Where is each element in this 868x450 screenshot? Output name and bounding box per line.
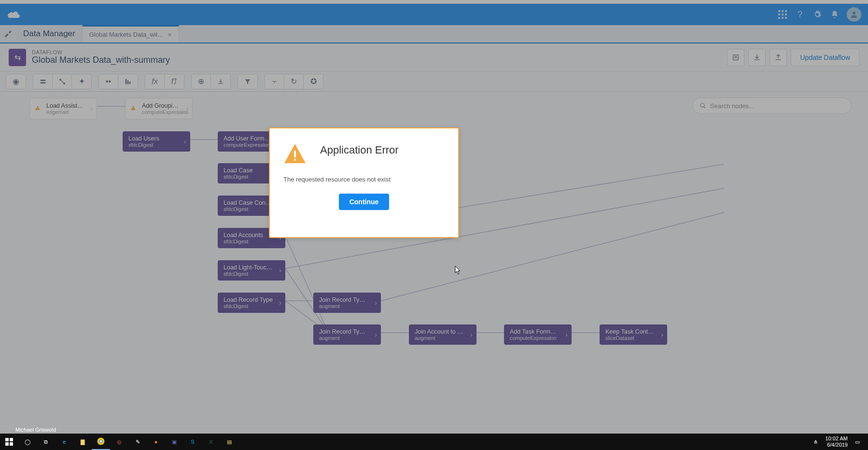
- svg-rect-31: [294, 151, 296, 157]
- teams-icon[interactable]: ▣: [165, 434, 183, 450]
- task-view-button[interactable]: ⧉: [37, 434, 55, 450]
- edge-icon[interactable]: e: [55, 434, 73, 450]
- tray-clock[interactable]: 10:02 AM 6/4/2019: [826, 436, 848, 448]
- svg-rect-33: [5, 438, 9, 441]
- file-explorer-icon[interactable]: ▇: [73, 434, 92, 450]
- chrome-icon[interactable]: [92, 434, 110, 450]
- start-button[interactable]: [0, 434, 18, 450]
- svg-rect-36: [10, 442, 13, 446]
- modal-title: Application Error: [320, 144, 445, 156]
- windows-taskbar: ◯ ⧉ e ▇ ◎ ✎ ● ▣ S X ▤ ⋔ 10:02 AM 6/4/201…: [0, 434, 868, 450]
- modal-message: The requested resource does not exist: [270, 165, 458, 187]
- action-center-icon[interactable]: ▭: [852, 434, 863, 450]
- svg-rect-32: [294, 159, 296, 161]
- warning-icon: [283, 142, 307, 165]
- tray-icon[interactable]: ⋔: [810, 434, 822, 450]
- continue-button[interactable]: Continue: [339, 194, 390, 210]
- firefox-icon[interactable]: ●: [147, 434, 165, 450]
- excel-icon[interactable]: X: [202, 434, 220, 450]
- presenter-name: Michael Griswold: [14, 426, 58, 434]
- app-icon-notes[interactable]: ▤: [220, 434, 238, 450]
- application-error-modal: Application Error The requested resource…: [269, 127, 459, 238]
- skype-icon[interactable]: S: [183, 434, 202, 450]
- svg-point-39: [100, 440, 102, 443]
- app-icon-2[interactable]: ◎: [110, 434, 128, 450]
- svg-rect-35: [5, 442, 9, 446]
- svg-rect-34: [10, 438, 13, 441]
- cortana-button[interactable]: ◯: [18, 434, 37, 450]
- app-icon-3[interactable]: ✎: [128, 434, 147, 450]
